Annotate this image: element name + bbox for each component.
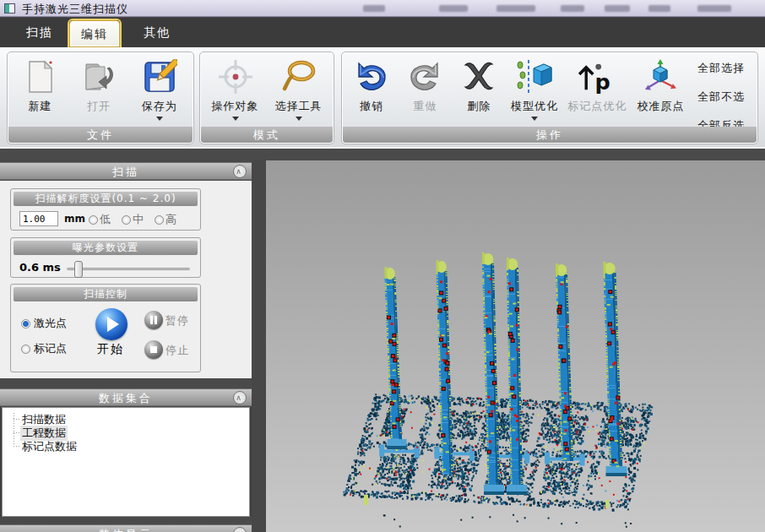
background-window-artifact xyxy=(605,5,630,12)
stop-button[interactable] xyxy=(144,340,163,359)
data-panel-body: 扫描数据 工程数据 标记点数据 xyxy=(0,407,252,517)
undo-icon xyxy=(352,57,391,96)
deselect-all-button[interactable]: 全部不选 xyxy=(692,86,751,108)
lasso-icon xyxy=(279,57,318,96)
app-icon xyxy=(4,3,15,14)
tab-scan[interactable]: 扫描 xyxy=(12,18,68,47)
delete-x-icon xyxy=(459,57,498,96)
sidebar-viewport-gutter xyxy=(252,160,266,532)
marker-optimize-button[interactable]: p 标记点优化 xyxy=(563,56,632,128)
radio-icon xyxy=(89,215,98,225)
exposure-groupbox: 曝光参数设置 0.6 ms xyxy=(10,237,201,278)
collapse-chevron-icon[interactable]: ∧ xyxy=(233,391,247,404)
display-panel-header: 整体显示 ∧ xyxy=(0,524,252,532)
tree-guide-line xyxy=(14,419,20,420)
start-label: 开始 xyxy=(97,342,124,357)
new-document-icon xyxy=(20,57,59,96)
collapse-chevron-icon[interactable]: ∧ xyxy=(233,165,247,178)
select-all-button[interactable]: 全部选择 xyxy=(692,57,751,79)
pause-button[interactable] xyxy=(144,311,163,329)
resolution-high-radio[interactable]: 高 xyxy=(155,212,176,227)
tab-other[interactable]: 其他 xyxy=(132,18,182,47)
radio-icon xyxy=(122,215,131,225)
stop-label: 停止 xyxy=(165,343,189,358)
exposure-groupbox-title: 曝光参数设置 xyxy=(14,241,198,255)
redo-button[interactable]: 重做 xyxy=(398,56,452,128)
ribbon-group-operation: 撤销 重做 删除 xyxy=(341,52,758,144)
point-cloud-canvas[interactable] xyxy=(266,160,765,532)
pause-icon xyxy=(150,316,153,324)
resolution-mid-radio[interactable]: 中 xyxy=(122,212,144,227)
ribbon-group-label: 文件 xyxy=(8,127,193,143)
window-title: 手持激光三维扫描仪 xyxy=(22,2,128,17)
exposure-value: 0.6 ms xyxy=(19,261,61,274)
ribbon-group-label: 模式 xyxy=(201,127,333,143)
start-scan-button[interactable] xyxy=(95,308,128,340)
resolution-low-label: 低 xyxy=(100,213,111,225)
resolution-low-radio[interactable]: 低 xyxy=(89,212,111,227)
svg-text:p: p xyxy=(595,69,610,95)
scan-panel-header: 扫描 ∧ xyxy=(0,162,252,180)
marker-optimize-icon: p xyxy=(578,57,616,96)
redo-icon xyxy=(405,57,444,96)
open-button[interactable]: 打开 xyxy=(69,56,129,128)
chevron-down-icon xyxy=(531,117,538,121)
resolution-input[interactable] xyxy=(19,211,58,226)
resolution-groupbox-title: 扫描解析度设置(0.1 ~ 2.0) xyxy=(14,192,198,206)
scan-control-groupbox-title: 扫描控制 xyxy=(14,287,198,301)
radio-icon xyxy=(21,345,30,354)
marker-point-radio[interactable]: 标记点 xyxy=(21,341,67,356)
open-folder-icon xyxy=(79,57,118,96)
ribbon-tab-bar: 扫描 编辑 其他 xyxy=(0,18,765,47)
data-tree: 扫描数据 工程数据 标记点数据 xyxy=(2,407,250,517)
marker-point-label: 标记点 xyxy=(34,342,67,355)
background-window-artifact xyxy=(648,5,670,12)
ribbon-group-file: 新建 打开 xyxy=(7,52,194,144)
laser-point-radio[interactable]: 激光点 xyxy=(21,316,67,331)
laser-point-label: 激光点 xyxy=(34,317,67,329)
tree-item-marker-data[interactable]: 标记点数据 xyxy=(20,439,79,454)
background-window-artifact xyxy=(561,5,584,12)
pause-label: 暂停 xyxy=(165,313,189,328)
chevron-down-icon xyxy=(156,117,163,121)
slider-handle[interactable] xyxy=(74,261,83,278)
tree-guide-line xyxy=(14,432,20,433)
tree-guide-line xyxy=(14,446,20,447)
scan-panel-body: 扫描解析度设置(0.1 ~ 2.0) mm 低 中 高 曝光参数设置 0.6 m… xyxy=(0,181,252,378)
display-panel-title: 整体显示 xyxy=(99,528,153,532)
tab-edit[interactable]: 编辑 xyxy=(69,20,120,47)
delete-button[interactable]: 删除 xyxy=(452,56,506,128)
background-window-artifact xyxy=(496,5,535,12)
background-window-artifact xyxy=(697,5,731,12)
resolution-mid-label: 中 xyxy=(133,213,144,225)
scan-control-groupbox: 扫描控制 激光点 标记点 开始 暂停 停止 xyxy=(10,284,201,372)
radio-icon xyxy=(155,215,164,225)
resolution-groupbox: 扫描解析度设置(0.1 ~ 2.0) mm 低 中 高 xyxy=(10,188,201,231)
model-optimize-icon xyxy=(515,57,554,96)
calibrate-origin-button[interactable]: 校准原点 xyxy=(632,56,690,128)
exposure-slider[interactable] xyxy=(67,268,190,270)
ribbon-group-mode: 操作对象 选择工具 模式 xyxy=(199,52,334,144)
3d-viewport[interactable] xyxy=(266,160,765,532)
undo-button[interactable]: 撤销 xyxy=(345,56,398,128)
new-button[interactable]: 新建 xyxy=(11,56,69,128)
target-icon xyxy=(216,57,255,96)
operation-object-button[interactable]: 操作对象 xyxy=(203,56,267,128)
ribbon-group-label: 操作 xyxy=(343,127,757,143)
model-optimize-button[interactable]: 模型优化 xyxy=(506,56,562,128)
resolution-high-label: 高 xyxy=(165,213,176,225)
tree-guide-line xyxy=(14,413,14,447)
chevron-down-icon xyxy=(232,117,239,121)
scan-panel-title: 扫描 xyxy=(112,166,139,178)
background-window-artifact xyxy=(363,5,385,12)
ribbon: 新建 打开 xyxy=(0,47,765,149)
select-tool-button[interactable]: 选择工具 xyxy=(267,56,330,128)
collapse-chevron-icon[interactable]: ∧ xyxy=(233,527,247,532)
save-as-icon xyxy=(140,57,179,96)
data-panel-title: 数据集合 xyxy=(99,392,153,404)
data-panel-header: 数据集合 ∧ xyxy=(0,388,252,406)
background-window-artifact xyxy=(439,5,468,12)
save-as-button[interactable]: 保存为 xyxy=(128,56,190,128)
radio-icon xyxy=(21,319,30,328)
calibrate-origin-icon xyxy=(641,57,680,96)
